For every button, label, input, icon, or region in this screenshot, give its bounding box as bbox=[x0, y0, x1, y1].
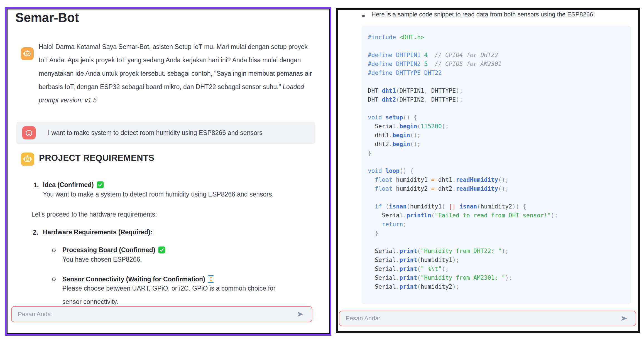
code-line: Serial.print("Humidity from AM2301: "); bbox=[368, 273, 625, 282]
right-chat-panel-content: Here is a sample code snippet to read da… bbox=[338, 10, 638, 331]
code-line: dht2.begin(); bbox=[368, 140, 625, 149]
send-icon bbox=[620, 315, 628, 322]
message-input[interactable] bbox=[339, 315, 617, 322]
right-chat-panel: Here is a sample code snippet to read da… bbox=[336, 8, 640, 333]
code-line: float humidity1 = dht1.readHumidity(); bbox=[368, 175, 625, 184]
code-line: Serial.print("Humidity from DHT22: "); bbox=[368, 247, 625, 256]
section-heading: PROJECT REQUIREMENTS bbox=[39, 153, 155, 163]
requirement-item-hardware: Hardware Requirements (Required): bbox=[43, 229, 153, 236]
code-line: dht1.begin(); bbox=[368, 131, 625, 140]
message-input[interactable] bbox=[12, 311, 293, 318]
code-line bbox=[368, 42, 625, 51]
code-line: void setup() { bbox=[368, 113, 625, 122]
list-number-1: 1. bbox=[33, 181, 39, 189]
code-line: #define DHTPIN2 5 // GPIO5 for AM2301 bbox=[368, 60, 625, 68]
code-line: Serial.print(humidity2); bbox=[368, 282, 625, 291]
code-line bbox=[368, 104, 625, 113]
page-title: Semar-Bot bbox=[15, 10, 79, 25]
sub-bullet-icon bbox=[52, 249, 56, 252]
robot-avatar-icon bbox=[21, 153, 34, 166]
interlude-text: Let's proceed to the hardware requiremen… bbox=[31, 211, 157, 218]
assistant-message: Halo! Darma Kotama! Saya Semar-Bot, asis… bbox=[39, 40, 315, 107]
code-line: return; bbox=[368, 220, 625, 229]
requirement-item-idea-body: You want to make a system to detect room… bbox=[43, 188, 302, 201]
send-button[interactable] bbox=[293, 311, 312, 318]
code-line: Serial.print(humidity1); bbox=[368, 256, 625, 264]
sample-code-intro: Here is a sample code snippet to read da… bbox=[371, 11, 595, 18]
code-line: void loop() { bbox=[368, 166, 625, 175]
sub-item-processing-board-body: You have chosen ESP8266. bbox=[62, 253, 313, 266]
code-line: if (isnan(humidity1) || isnan(humidity2)… bbox=[368, 202, 625, 211]
code-line: float humidity2 = dht2.readHumidity(); bbox=[368, 184, 625, 193]
bullet-icon bbox=[362, 15, 365, 17]
code-block-lines: #include <DHT.h> #define DHTPIN1 4 // GP… bbox=[368, 33, 625, 291]
code-line: DHT dht2(DHTPIN2, DHTTYPE); bbox=[368, 95, 625, 104]
code-line: } bbox=[368, 229, 625, 238]
code-line bbox=[368, 158, 625, 166]
code-block: #include <DHT.h> #define DHTPIN1 4 // GP… bbox=[362, 26, 631, 304]
sub-item-sensor-connectivity-body: Please choose between UART, GPiO, or i2C… bbox=[62, 282, 293, 308]
user-avatar-icon bbox=[22, 126, 36, 139]
chat-input bbox=[11, 306, 312, 322]
user-message: I want to make system to detect room hum… bbox=[16, 122, 315, 144]
send-button[interactable] bbox=[617, 315, 636, 322]
code-line: Serial.begin(115200); bbox=[368, 122, 625, 131]
code-line: } bbox=[368, 149, 625, 158]
assistant-message-text: Halo! Darma Kotama! Saya Semar-Bot, asis… bbox=[39, 43, 312, 90]
code-line: DHT dht1(DHTPIN1, DHTTYPE); bbox=[368, 86, 625, 95]
left-chat-panel-content: Semar-Bot Halo! Darma Kotama! Saya Semar… bbox=[7, 9, 330, 334]
code-line bbox=[368, 238, 625, 247]
left-chat-panel: Semar-Bot Halo! Darma Kotama! Saya Semar… bbox=[5, 7, 331, 336]
code-line: #include <DHT.h> bbox=[368, 33, 625, 42]
code-line: Serial.println("Failed to read from DHT … bbox=[368, 211, 625, 220]
code-line: Serial.print(" %\t"); bbox=[368, 264, 625, 273]
send-icon bbox=[296, 311, 305, 318]
code-line: #define DHTTYPE DHT22 bbox=[368, 68, 625, 77]
code-line: #define DHTPIN1 4 // GPIO4 for DHT22 bbox=[368, 51, 625, 60]
code-line bbox=[368, 193, 625, 202]
code-line bbox=[368, 77, 625, 86]
sub-bullet-icon bbox=[52, 277, 56, 281]
robot-avatar-icon bbox=[21, 47, 34, 60]
list-number-2: 2. bbox=[33, 229, 38, 236]
user-message-text: I want to make system to detect room hum… bbox=[48, 122, 263, 144]
chat-input bbox=[339, 311, 636, 326]
